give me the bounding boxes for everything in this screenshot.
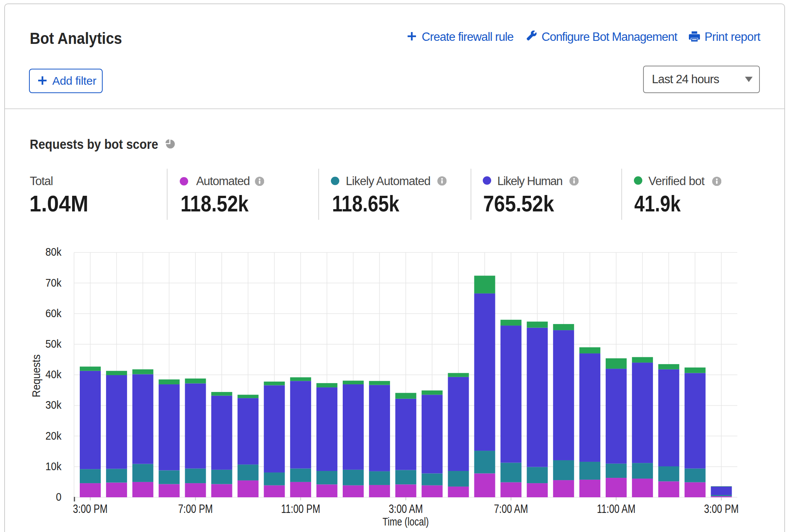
- svg-text:20k: 20k: [45, 429, 61, 442]
- svg-text:80k: 80k: [45, 246, 61, 258]
- svg-text:3:00 PM: 3:00 PM: [73, 502, 108, 515]
- svg-text:3:00 PM: 3:00 PM: [704, 502, 739, 515]
- svg-text:11:00 PM: 11:00 PM: [281, 502, 320, 515]
- svg-text:11:00 AM: 11:00 AM: [597, 502, 635, 515]
- svg-text:10k: 10k: [45, 460, 61, 473]
- svg-text:30k: 30k: [45, 399, 61, 411]
- svg-text:7:00 PM: 7:00 PM: [178, 502, 213, 515]
- svg-text:7:00 AM: 7:00 AM: [494, 502, 528, 515]
- svg-text:0: 0: [56, 491, 61, 503]
- svg-text:Requests: Requests: [30, 355, 43, 398]
- svg-text:3:00 AM: 3:00 AM: [389, 502, 423, 515]
- svg-text:70k: 70k: [45, 276, 61, 289]
- svg-text:50k: 50k: [45, 338, 61, 350]
- svg-text:40k: 40k: [45, 368, 61, 381]
- svg-text:Time (local): Time (local): [382, 515, 429, 528]
- svg-text:60k: 60k: [45, 307, 61, 320]
